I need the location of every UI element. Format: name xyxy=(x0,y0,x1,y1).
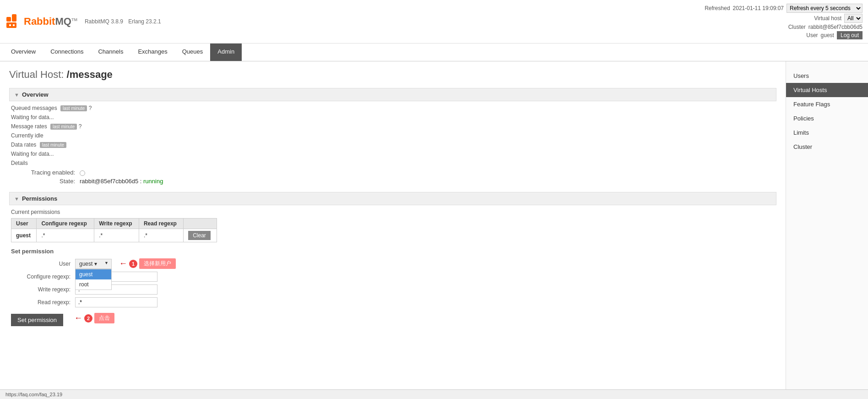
svg-rect-0 xyxy=(6,17,11,22)
table-row: guest .* .* .* Clear xyxy=(11,229,217,242)
perm-configure: .* xyxy=(37,229,94,242)
permissions-section-header[interactable]: ▼ Permissions xyxy=(9,192,776,205)
dropdown-item-guest[interactable]: guest xyxy=(76,269,111,279)
overview-section-content: Queued messages last minute ? Waiting fo… xyxy=(9,105,776,185)
cluster-value: rabbit@85ef7cbb06d5 xyxy=(808,24,863,30)
logo: RabbitMQTM xyxy=(5,13,77,30)
nav-bar: Overview Connections Channels Exchanges … xyxy=(0,44,868,61)
logo-text: RabbitMQTM xyxy=(24,16,77,27)
permissions-section-title: Permissions xyxy=(22,195,57,202)
arrow-icon-2: ← xyxy=(74,313,82,323)
configure-form-label: Configure regexp: xyxy=(11,273,75,280)
data-rates-row: Data rates last minute xyxy=(11,142,775,148)
user-row: User guest Log out xyxy=(705,31,863,39)
currently-idle: Currently idle xyxy=(11,132,775,139)
refreshed-time: 2021-01-11 19:09:07 xyxy=(733,5,784,11)
nav-channels[interactable]: Channels xyxy=(91,44,130,61)
col-write: Write regexp xyxy=(94,219,139,229)
perm-action: Clear xyxy=(184,229,217,242)
nav-queues[interactable]: Queues xyxy=(175,44,211,61)
sidebar-item-cluster[interactable]: Cluster xyxy=(786,140,868,154)
refreshed-label: Refreshed xyxy=(705,5,730,11)
set-permission-title: Set permission xyxy=(11,248,775,255)
col-configure: Configure regexp xyxy=(37,219,94,229)
version-info: RabbitMQ 3.8.9 Erlang 23.2.1 xyxy=(85,18,165,25)
nav-exchanges[interactable]: Exchanges xyxy=(130,44,174,61)
details-table: Tracing enabled: State: rabbit@85ef7cbb0… xyxy=(20,169,775,185)
user-value: guest xyxy=(821,32,834,38)
sidebar-item-users[interactable]: Users xyxy=(786,69,868,83)
waiting-data-1: Waiting for data... xyxy=(11,114,775,120)
overview-section-header[interactable]: ▼ Overview xyxy=(9,88,776,101)
nav-connections[interactable]: Connections xyxy=(43,44,91,61)
permissions-table: User Configure regexp Write regexp Read … xyxy=(11,218,217,242)
user-form-label: User xyxy=(11,261,75,267)
refresh-row: Refreshed 2021-01-11 19:09:07 Refresh ev… xyxy=(705,4,863,13)
set-permission-form: Set permission User guest ▾ guest root ←… xyxy=(11,248,775,326)
vhost-select[interactable]: All xyxy=(844,14,863,23)
vhost-row: Virtual host All xyxy=(705,14,863,23)
read-form-label: Read regexp: xyxy=(11,299,75,306)
nav-admin[interactable]: Admin xyxy=(210,44,242,61)
permissions-section-content: Current permissions User Configure regex… xyxy=(9,209,776,326)
vhost-label: Virtual host xyxy=(814,15,841,22)
sidebar-item-policies[interactable]: Policies xyxy=(786,111,868,126)
set-perm-button-row: Set permission ← 2 点击 xyxy=(11,310,775,326)
data-rates-badge: last minute xyxy=(40,142,66,148)
col-action xyxy=(184,219,217,229)
read-form-row: Read regexp: xyxy=(11,297,775,307)
queued-badge: last minute xyxy=(60,105,87,111)
sidebar-item-virtual-hosts[interactable]: Virtual Hosts xyxy=(786,83,868,97)
set-permission-button[interactable]: Set permission xyxy=(11,314,63,326)
logo-area: RabbitMQTM RabbitMQ 3.8.9 Erlang 23.2.1 xyxy=(5,13,165,30)
sidebar-item-feature-flags[interactable]: Feature Flags xyxy=(786,97,868,111)
logout-button[interactable]: Log out xyxy=(837,31,863,39)
user-label: User xyxy=(806,32,818,38)
main-wrapper: Virtual Host: /message ▼ Overview Queued… xyxy=(0,61,868,399)
cluster-label: Cluster xyxy=(788,24,806,30)
details-label: Details xyxy=(11,160,775,166)
sidebar-item-limits[interactable]: Limits xyxy=(786,126,868,140)
col-read: Read regexp xyxy=(139,219,183,229)
svg-rect-1 xyxy=(12,14,16,22)
page-title: Virtual Host: /message xyxy=(9,69,776,81)
waiting-data-2: Waiting for data... xyxy=(11,151,775,157)
overview-section-title: Overview xyxy=(22,91,49,98)
nav-overview[interactable]: Overview xyxy=(4,44,43,61)
user-form-row: User guest ▾ guest root ← 1 选择新用户 xyxy=(11,258,775,269)
user-select-container[interactable]: guest ▾ guest root xyxy=(75,259,112,269)
perm-user: guest xyxy=(11,229,37,242)
message-rates-badge: last minute xyxy=(50,124,77,130)
right-sidebar: Users Virtual Hosts Feature Flags Polici… xyxy=(786,61,868,399)
svg-rect-2 xyxy=(6,22,16,28)
configure-form-row: Configure regexp: xyxy=(11,272,775,282)
dropdown-item-root[interactable]: root xyxy=(76,279,111,290)
perm-write: .* xyxy=(94,229,139,242)
user-dropdown[interactable]: guest root xyxy=(75,269,112,290)
current-permissions-label: Current permissions xyxy=(11,209,775,215)
top-bar: RabbitMQTM RabbitMQ 3.8.9 Erlang 23.2.1 … xyxy=(0,0,868,44)
perm-read: .* xyxy=(139,229,183,242)
annotation-number-1: 1 xyxy=(129,260,137,268)
annotation-1: ← 1 选择新用户 xyxy=(119,258,176,269)
cluster-row: Cluster rabbit@85ef7cbb06d5 xyxy=(705,24,863,30)
message-rates-row: Message rates last minute ? xyxy=(11,123,775,130)
state-row: State: rabbit@85ef7cbb06d5 : running xyxy=(20,178,775,185)
write-form-label: Write regexp: xyxy=(11,286,75,293)
read-input[interactable] xyxy=(75,297,157,307)
clear-button[interactable]: Clear xyxy=(188,231,211,240)
annotation-text-1: 选择新用户 xyxy=(139,258,176,269)
content-area: Virtual Host: /message ▼ Overview Queued… xyxy=(0,61,786,399)
arrow-icon-1: ← xyxy=(119,259,127,268)
tracing-row: Tracing enabled: xyxy=(20,169,775,176)
rabbitmq-logo-icon xyxy=(5,13,22,30)
user-select-button[interactable]: guest ▾ xyxy=(75,259,112,269)
permissions-toggle-icon: ▼ xyxy=(14,196,19,202)
refresh-select[interactable]: Refresh every 5 seconds Refresh every 10… xyxy=(787,4,863,13)
queued-messages-row: Queued messages last minute ? xyxy=(11,105,775,111)
top-right: Refreshed 2021-01-11 19:09:07 Refresh ev… xyxy=(705,4,863,39)
annotation-text-2: 点击 xyxy=(94,313,114,323)
overview-toggle-icon: ▼ xyxy=(14,92,19,98)
write-form-row: Write regexp: xyxy=(11,284,775,295)
footer-url: https://faq.com/faq_23.19 xyxy=(0,389,868,399)
